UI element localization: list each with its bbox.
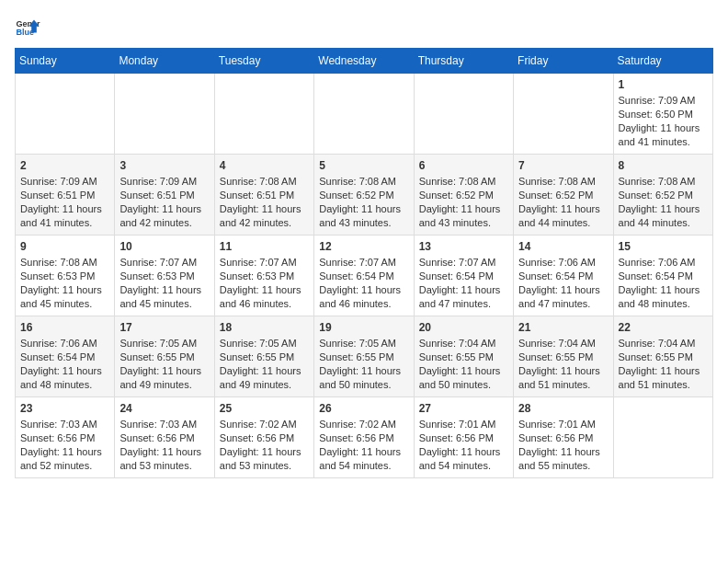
calendar-cell: 3Sunrise: 7:09 AMSunset: 6:51 PMDaylight… [115,155,214,236]
col-header-sunday: Sunday [16,49,115,74]
day-info: Sunset: 6:54 PM [619,270,708,283]
day-number: 27 [419,401,508,416]
day-info: Sunrise: 7:04 AM [619,337,708,350]
day-number: 20 [419,320,508,335]
day-number: 12 [319,239,408,254]
day-number: 4 [220,158,309,173]
day-info: Sunrise: 7:04 AM [419,337,508,350]
calendar-cell: 25Sunrise: 7:02 AMSunset: 6:56 PMDayligh… [214,397,313,478]
day-info: Sunrise: 7:03 AM [20,418,109,431]
day-info: Sunrise: 7:07 AM [119,256,209,270]
day-info: Daylight: 11 hours and 50 minutes. [319,364,408,392]
day-number: 8 [619,158,708,173]
day-info: Sunset: 6:54 PM [518,270,608,283]
logo-icon: General Blue [15,15,40,40]
day-number: 23 [20,401,109,416]
day-info: Sunset: 6:53 PM [220,270,309,283]
day-info: Sunrise: 7:08 AM [220,175,309,189]
day-info: Sunset: 6:56 PM [518,431,608,445]
day-info: Sunrise: 7:03 AM [119,418,209,431]
day-info: Sunrise: 7:08 AM [518,175,608,189]
calendar-week-row: 9Sunrise: 7:08 AMSunset: 6:53 PMDaylight… [16,236,713,316]
day-info: Daylight: 11 hours and 43 minutes. [419,202,508,230]
col-header-saturday: Saturday [613,49,712,74]
day-number: 6 [419,158,508,173]
day-info: Sunrise: 7:09 AM [119,175,209,189]
day-info: Sunset: 6:52 PM [419,189,508,202]
calendar-cell: 16Sunrise: 7:06 AMSunset: 6:54 PMDayligh… [16,316,115,397]
day-info: Sunset: 6:52 PM [518,189,608,202]
calendar-cell: 10Sunrise: 7:07 AMSunset: 6:53 PMDayligh… [115,236,214,316]
calendar-cell [314,74,414,155]
day-info: Sunset: 6:56 PM [220,431,309,445]
day-info: Sunset: 6:53 PM [20,270,109,283]
col-header-monday: Monday [115,49,214,74]
day-number: 9 [20,239,109,254]
calendar-cell [214,74,313,155]
day-info: Daylight: 11 hours and 48 minutes. [20,364,109,392]
day-info: Sunrise: 7:05 AM [220,337,309,350]
day-info: Daylight: 11 hours and 53 minutes. [119,445,209,473]
day-info: Sunrise: 7:02 AM [220,418,309,431]
day-info: Daylight: 11 hours and 49 minutes. [119,364,209,392]
day-info: Sunset: 6:55 PM [419,350,508,364]
calendar-week-row: 2Sunrise: 7:09 AMSunset: 6:51 PMDaylight… [16,155,713,236]
day-info: Sunset: 6:56 PM [419,431,508,445]
day-info: Sunset: 6:51 PM [119,189,209,202]
day-number: 15 [619,239,708,254]
day-info: Sunrise: 7:09 AM [20,175,109,189]
day-info: Sunset: 6:53 PM [119,270,209,283]
calendar-week-row: 1Sunrise: 7:09 AMSunset: 6:50 PMDaylight… [16,74,713,155]
calendar-cell: 20Sunrise: 7:04 AMSunset: 6:55 PMDayligh… [414,316,513,397]
day-info: Daylight: 11 hours and 47 minutes. [419,283,508,311]
day-info: Sunrise: 7:07 AM [220,256,309,270]
calendar-cell: 23Sunrise: 7:03 AMSunset: 6:56 PMDayligh… [16,397,115,478]
day-info: Sunset: 6:55 PM [619,350,708,364]
day-info: Sunset: 6:56 PM [119,431,209,445]
day-number: 21 [518,320,608,335]
calendar-cell [414,74,513,155]
day-info: Sunrise: 7:08 AM [619,175,708,189]
col-header-wednesday: Wednesday [314,49,414,74]
calendar-cell: 12Sunrise: 7:07 AMSunset: 6:54 PMDayligh… [314,236,414,316]
day-info: Daylight: 11 hours and 49 minutes. [220,364,309,392]
day-info: Daylight: 11 hours and 55 minutes. [518,445,608,473]
day-number: 28 [518,401,608,416]
day-info: Sunrise: 7:06 AM [619,256,708,270]
day-info: Daylight: 11 hours and 45 minutes. [119,283,209,311]
calendar-cell [115,74,214,155]
day-info: Sunrise: 7:05 AM [119,337,209,350]
day-info: Sunrise: 7:06 AM [518,256,608,270]
day-info: Daylight: 11 hours and 50 minutes. [419,364,508,392]
day-info: Daylight: 11 hours and 44 minutes. [518,202,608,230]
day-number: 3 [119,158,209,173]
calendar-cell: 5Sunrise: 7:08 AMSunset: 6:52 PMDaylight… [314,155,414,236]
calendar-cell: 6Sunrise: 7:08 AMSunset: 6:52 PMDaylight… [414,155,513,236]
calendar-cell: 11Sunrise: 7:07 AMSunset: 6:53 PMDayligh… [214,236,313,316]
calendar-cell: 9Sunrise: 7:08 AMSunset: 6:53 PMDaylight… [16,236,115,316]
day-info: Daylight: 11 hours and 42 minutes. [119,202,209,230]
day-info: Sunset: 6:56 PM [20,431,109,445]
day-info: Daylight: 11 hours and 41 minutes. [20,202,109,230]
calendar-cell: 17Sunrise: 7:05 AMSunset: 6:55 PMDayligh… [115,316,214,397]
day-info: Sunset: 6:54 PM [419,270,508,283]
calendar-cell: 7Sunrise: 7:08 AMSunset: 6:52 PMDaylight… [514,155,613,236]
calendar-cell: 15Sunrise: 7:06 AMSunset: 6:54 PMDayligh… [613,236,712,316]
col-header-thursday: Thursday [414,49,513,74]
day-info: Daylight: 11 hours and 54 minutes. [319,445,408,473]
calendar-week-row: 23Sunrise: 7:03 AMSunset: 6:56 PMDayligh… [16,397,713,478]
day-info: Sunrise: 7:01 AM [419,418,508,431]
day-info: Daylight: 11 hours and 43 minutes. [319,202,408,230]
calendar-table: SundayMondayTuesdayWednesdayThursdayFrid… [15,48,713,478]
calendar-cell [16,74,115,155]
day-number: 5 [319,158,408,173]
calendar-cell: 18Sunrise: 7:05 AMSunset: 6:55 PMDayligh… [214,316,313,397]
day-info: Sunset: 6:56 PM [319,431,408,445]
day-info: Daylight: 11 hours and 42 minutes. [220,202,309,230]
day-info: Sunrise: 7:04 AM [518,337,608,350]
day-info: Daylight: 11 hours and 51 minutes. [619,364,708,392]
day-info: Sunset: 6:54 PM [319,270,408,283]
day-info: Daylight: 11 hours and 41 minutes. [619,121,708,149]
day-info: Sunrise: 7:09 AM [619,94,708,108]
calendar-cell: 27Sunrise: 7:01 AMSunset: 6:56 PMDayligh… [414,397,513,478]
